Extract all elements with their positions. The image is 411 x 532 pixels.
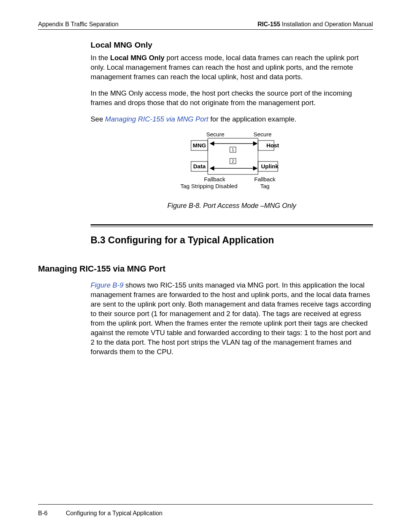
local-mng-paragraph-2: In the MNG Only access mode, the host po…	[91, 89, 373, 108]
tag-2-label: 2	[232, 159, 234, 163]
header-right: RIC-155 Installation and Operation Manua…	[258, 21, 373, 28]
header-left: Appendix B Traffic Separation	[38, 21, 118, 28]
fallback-label-right: Fallback	[254, 176, 276, 182]
diagram-svg: Secure Secure MNG Host Data Uplink	[165, 131, 298, 200]
local-mng-only-heading: Local MNG Only	[91, 40, 373, 50]
tag-stripping-label: Tag Stripping Disabled	[180, 183, 237, 189]
managing-ric155-heading: Managing RIC-155 via MNG Port	[38, 264, 373, 274]
host-port-label: Host	[266, 142, 279, 149]
header-product: RIC-155	[258, 21, 280, 27]
local-mng-only-term: Local MNG Only	[110, 54, 164, 62]
mng-port-reference-link[interactable]: Managing RIC-155 via MNG Port	[105, 115, 208, 123]
tag-1-label: 1	[232, 147, 234, 152]
page-footer: B-6 Configuring for a Typical Applicatio…	[38, 504, 373, 517]
fallback-label-left: Fallback	[204, 176, 225, 182]
secure-label-right: Secure	[253, 131, 272, 137]
page-number: B-6	[38, 510, 48, 517]
uplink-port-label: Uplink	[261, 163, 279, 169]
section-divider	[91, 224, 373, 227]
section-b3-title: B.3 Configuring for a Typical Applicatio…	[91, 235, 373, 246]
data-port-label: Data	[193, 163, 206, 169]
mng-port-label: MNG	[193, 142, 206, 149]
port-access-diagram: Secure Secure MNG Host Data Uplink	[91, 131, 373, 200]
figure-b8-caption: Figure B-8. Port Access Mode –MNG Only	[91, 202, 373, 210]
page-header: Appendix B Traffic Separation RIC-155 In…	[38, 21, 373, 30]
secure-label-left: Secure	[206, 131, 225, 137]
figure-b9-reference-link[interactable]: Figure B-9	[91, 281, 123, 289]
tag-label-right: Tag	[260, 183, 269, 189]
header-doc-title: Installation and Operation Manual	[280, 21, 373, 27]
local-mng-paragraph-3: See Managing RIC-155 via MNG Port for th…	[91, 115, 373, 124]
local-mng-paragraph-1: In the Local MNG Only port access mode, …	[91, 53, 373, 82]
footer-section-title: Configuring for a Typical Application	[66, 510, 162, 517]
managing-ric155-paragraph: Figure B-9 shows two RIC-155 units manag…	[91, 281, 373, 357]
